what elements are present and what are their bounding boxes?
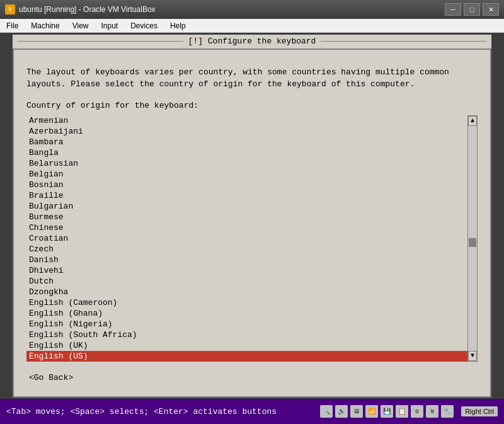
menu-file[interactable]: File (0, 19, 25, 32)
title-bar: V ubuntu [Running] - Oracle VM VirtualBo… (0, 0, 504, 19)
keyboard-list-item[interactable]: Bosnian (26, 180, 467, 190)
menu-bar: File Machine View Input Devices Help (0, 19, 504, 33)
menu-input[interactable]: Input (95, 19, 125, 32)
keyboard-list-item[interactable]: Danish (26, 255, 467, 265)
keyboard-list-item[interactable]: English (South Africa) (26, 329, 467, 340)
vm-area: [!] Configure the keyboard The layout of… (0, 33, 504, 399)
dialog-title: [!] Configure the keyboard (188, 37, 316, 46)
status-icon-9[interactable]: 🔧 (441, 405, 454, 418)
status-icon-6[interactable]: 📋 (396, 405, 408, 418)
keyboard-config-dialog: [!] Configure the keyboard The layout of… (13, 35, 491, 398)
keyboard-list-item[interactable]: English (UK) (26, 340, 467, 351)
scroll-track[interactable] (468, 126, 477, 351)
keyboard-list-item[interactable]: Bangla (26, 147, 467, 158)
keyboard-list-item[interactable]: Dhivehi (26, 265, 467, 276)
restore-button[interactable]: □ (464, 3, 480, 16)
list-container: ArmenianAzerbaijaniBambaraBanglaBelarusi… (26, 115, 478, 362)
title-left-line (18, 41, 183, 42)
window-controls: ─ □ ✕ (445, 3, 499, 16)
dialog-title-bar: [!] Configure the keyboard (13, 35, 491, 50)
keyboard-list-item[interactable]: Bambara (26, 137, 467, 147)
country-label: Country of origin for the keyboard: (26, 101, 478, 110)
status-icon-3[interactable]: 🖥 (350, 405, 363, 418)
scroll-down-arrow[interactable]: ▼ (468, 351, 477, 361)
keyboard-list-item[interactable]: English (US) (26, 351, 467, 362)
keyboard-list-item[interactable]: Azerbaijani (26, 126, 467, 137)
keyboard-list-item[interactable]: Dutch (26, 276, 467, 287)
keyboard-list-item[interactable]: Bulgarian (26, 201, 467, 212)
minimize-button[interactable]: ─ (445, 3, 461, 16)
scroll-up-arrow[interactable]: ▲ (468, 116, 477, 126)
status-icon-4[interactable]: 📶 (365, 405, 378, 418)
menu-view[interactable]: View (66, 19, 95, 32)
dialog-description: The layout of keyboards varies per count… (26, 66, 478, 91)
status-text: <Tab> moves; <Space> selects; <Enter> ac… (6, 407, 320, 416)
status-icon-1[interactable]: 🔍 (320, 405, 333, 418)
keyboard-list-item[interactable]: Belgian (26, 169, 467, 180)
keyboard-list-item[interactable]: Chinese (26, 222, 467, 233)
dialog-content: The layout of keyboards varies per count… (26, 66, 478, 384)
title-right-line (321, 41, 486, 42)
keyboard-list-item[interactable]: Dzongkha (26, 287, 467, 297)
menu-help[interactable]: Help (164, 19, 192, 32)
app-icon-text: V (8, 6, 12, 13)
keyboard-list-item[interactable]: Braille (26, 190, 467, 201)
status-icon-7[interactable]: ⚙ (411, 405, 423, 418)
status-icon-8[interactable]: 🖱 (426, 405, 438, 418)
scroll-thumb[interactable] (469, 238, 476, 247)
status-bar: <Tab> moves; <Space> selects; <Enter> ac… (0, 399, 504, 424)
menu-machine[interactable]: Machine (25, 19, 66, 32)
keyboard-list-item[interactable]: English (Cameroon) (26, 297, 467, 308)
keyboard-list-item[interactable]: Czech (26, 244, 467, 255)
scrollbar[interactable]: ▲ ▼ (467, 115, 478, 362)
status-icon-5[interactable]: 💾 (381, 405, 393, 418)
status-icon-2[interactable]: 🔊 (335, 405, 348, 418)
right-ctrl-label: Right Ctrl (461, 406, 498, 416)
keyboard-list[interactable]: ArmenianAzerbaijaniBambaraBanglaBelarusi… (26, 115, 467, 362)
go-back-button[interactable]: <Go Back> (26, 372, 76, 384)
keyboard-list-item[interactable]: English (Ghana) (26, 308, 467, 319)
keyboard-list-item[interactable]: English (Nigeria) (26, 319, 467, 329)
keyboard-list-item[interactable]: Burmese (26, 212, 467, 222)
menu-devices[interactable]: Devices (124, 19, 164, 32)
window-title: ubuntu [Running] - Oracle VM VirtualBox (19, 5, 445, 14)
app-icon: V (5, 4, 15, 14)
status-icons: 🔍 🔊 🖥 📶 💾 📋 ⚙ 🖱 🔧 Right Ctrl (320, 405, 498, 418)
keyboard-list-item[interactable]: Armenian (26, 115, 467, 126)
keyboard-list-item[interactable]: Croatian (26, 233, 467, 244)
keyboard-list-item[interactable]: Belarusian (26, 158, 467, 169)
close-button[interactable]: ✕ (483, 3, 499, 16)
